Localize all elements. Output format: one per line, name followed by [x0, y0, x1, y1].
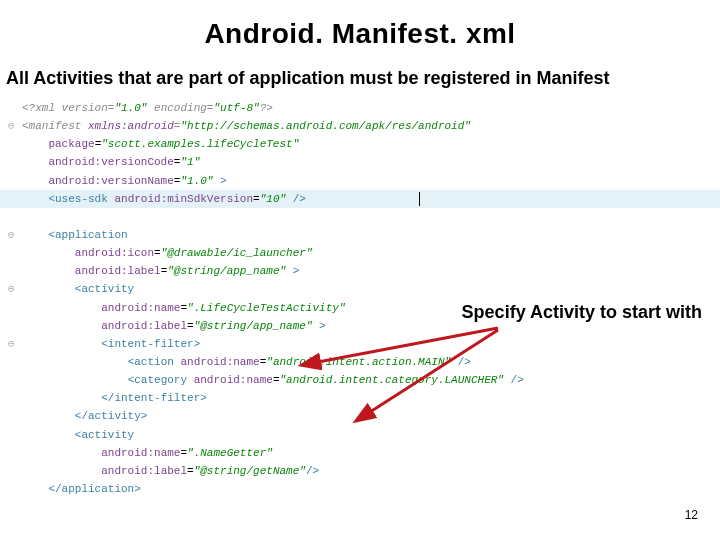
xml-version: 1.0: [121, 102, 141, 114]
activity1-label-value: @string/app_name: [200, 320, 306, 332]
xmlns-value: http://schemas.android.com/apk/res/andro…: [187, 120, 464, 132]
highlighted-line: <uses-sdk android:minSdkVersion="10" />: [0, 190, 720, 208]
version-code-value: 1: [187, 156, 194, 168]
activity2-name-value: .NameGetter: [194, 447, 267, 459]
app-label-value: @string/app_name: [174, 265, 280, 277]
category-name-value: android.intent.category.LAUNCHER: [286, 374, 497, 386]
version-name-value: 1.0: [187, 175, 207, 187]
app-icon-value: @drawable/ic_launcher: [167, 247, 306, 259]
page-number: 12: [685, 508, 698, 522]
activity1-name-value: .LifeCycleTestActivity: [194, 302, 339, 314]
xml-encoding: utf-8: [220, 102, 253, 114]
min-sdk-value: 10: [266, 193, 279, 205]
slide-subtitle: All Activities that are part of applicat…: [0, 50, 720, 99]
xml-code-block: <?xml version="1.0" encoding="utf-8"?> ⊖…: [0, 99, 720, 498]
package-value: scott.examples.lifeCycleTest: [108, 138, 293, 150]
slide-title: Android. Manifest. xml: [0, 0, 720, 50]
activity2-label-value: @string/getName: [200, 465, 299, 477]
annotation-label: Specify Activity to start with: [462, 302, 702, 323]
action-name-value: android.intent.action.MAIN: [273, 356, 445, 368]
slide: Android. Manifest. xml All Activities th…: [0, 0, 720, 540]
